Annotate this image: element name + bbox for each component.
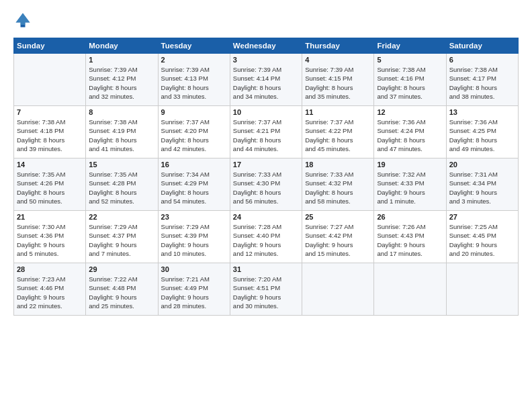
header (13, 11, 519, 30)
day-number: 18 (305, 161, 371, 169)
day-number: 24 (233, 213, 299, 221)
cell-line: and 15 minutes. (305, 249, 371, 258)
day-number: 28 (17, 265, 83, 273)
day-number: 20 (449, 161, 515, 169)
day-number: 5 (377, 56, 443, 64)
calendar-cell: 18Sunrise: 7:33 AMSunset: 4:32 PMDayligh… (302, 158, 374, 211)
cell-line: Daylight: 8 hours (449, 83, 515, 92)
cell-line: Sunset: 4:17 PM (449, 74, 515, 83)
calendar-cell: 7Sunrise: 7:38 AMSunset: 4:18 PMDaylight… (14, 106, 86, 158)
day-number: 11 (305, 108, 371, 116)
cell-line: Sunset: 4:37 PM (89, 231, 154, 240)
day-number: 21 (17, 213, 83, 221)
cell-line: Daylight: 8 hours (89, 136, 154, 144)
cell-line: Daylight: 8 hours (161, 83, 227, 92)
cell-line: Daylight: 9 hours (89, 293, 154, 302)
cell-line: and 58 minutes. (305, 197, 371, 205)
cell-line: Sunset: 4:46 PM (17, 283, 83, 292)
header-row: SundayMondayTuesdayWednesdayThursdayFrid… (14, 38, 519, 54)
cell-line: Daylight: 8 hours (233, 83, 299, 92)
cell-line: and 41 minutes. (89, 144, 154, 153)
cell-line: and 45 minutes. (305, 144, 371, 153)
cell-line: Sunset: 4:15 PM (305, 74, 371, 83)
calendar-cell: 29Sunrise: 7:22 AMSunset: 4:48 PMDayligh… (86, 263, 158, 316)
cell-line: Sunset: 4:43 PM (377, 231, 443, 240)
cell-line: Sunset: 4:22 PM (305, 126, 371, 135)
header-day-thursday: Thursday (302, 38, 374, 54)
calendar-cell: 25Sunrise: 7:27 AMSunset: 4:42 PMDayligh… (302, 211, 374, 263)
calendar-cell: 13Sunrise: 7:36 AMSunset: 4:25 PMDayligh… (446, 106, 518, 158)
cell-line: Sunset: 4:16 PM (377, 74, 443, 83)
logo-icon (13, 11, 32, 30)
cell-line: Sunset: 4:32 PM (305, 179, 371, 187)
cell-line: Sunset: 4:25 PM (449, 126, 515, 135)
calendar-cell: 19Sunrise: 7:32 AMSunset: 4:33 PMDayligh… (374, 158, 446, 211)
week-row-4: 21Sunrise: 7:30 AMSunset: 4:36 PMDayligh… (14, 211, 519, 263)
week-row-5: 28Sunrise: 7:23 AMSunset: 4:46 PMDayligh… (14, 263, 519, 316)
cell-line: and 37 minutes. (377, 92, 443, 101)
cell-line: Sunset: 4:12 PM (89, 74, 154, 83)
cell-line: Sunrise: 7:37 AM (233, 118, 299, 126)
day-number: 16 (161, 161, 227, 169)
calendar-cell: 26Sunrise: 7:26 AMSunset: 4:43 PMDayligh… (374, 211, 446, 263)
calendar-cell: 22Sunrise: 7:29 AMSunset: 4:37 PMDayligh… (86, 211, 158, 263)
cell-line: and 30 minutes. (233, 302, 299, 310)
cell-line: Sunrise: 7:37 AM (305, 118, 371, 126)
cell-line: Daylight: 8 hours (377, 83, 443, 92)
cell-line: Sunset: 4:24 PM (377, 126, 443, 135)
cell-line: and 10 minutes. (161, 249, 227, 258)
day-number: 4 (305, 56, 371, 64)
cell-line: Daylight: 9 hours (377, 240, 443, 249)
calendar-cell (302, 263, 374, 316)
cell-line: Sunrise: 7:22 AM (89, 275, 154, 283)
cell-line: Sunset: 4:28 PM (89, 179, 154, 187)
day-number: 23 (161, 213, 227, 221)
cell-line: Daylight: 9 hours (377, 188, 443, 197)
cell-line: Sunrise: 7:33 AM (305, 170, 371, 179)
svg-marker-1 (16, 13, 30, 26)
calendar-cell: 1Sunrise: 7:39 AMSunset: 4:12 PMDaylight… (86, 54, 158, 106)
cell-line: Sunrise: 7:38 AM (17, 118, 83, 126)
cell-line: Daylight: 9 hours (161, 293, 227, 302)
calendar-cell: 15Sunrise: 7:35 AMSunset: 4:28 PMDayligh… (86, 158, 158, 211)
cell-line: Sunset: 4:30 PM (233, 179, 299, 187)
cell-line: Daylight: 8 hours (233, 188, 299, 197)
calendar-cell: 31Sunrise: 7:20 AMSunset: 4:51 PMDayligh… (230, 263, 302, 316)
cell-line: Sunrise: 7:39 AM (233, 65, 299, 74)
cell-line: Sunrise: 7:36 AM (449, 118, 515, 126)
cell-line: Sunset: 4:45 PM (449, 231, 515, 240)
cell-line: and 49 minutes. (449, 144, 515, 153)
week-row-1: 1Sunrise: 7:39 AMSunset: 4:12 PMDaylight… (14, 54, 519, 106)
day-number: 13 (449, 108, 515, 116)
day-number: 22 (89, 213, 154, 221)
day-number: 2 (161, 56, 227, 64)
cell-line: Sunset: 4:20 PM (161, 126, 227, 135)
cell-line: and 28 minutes. (161, 302, 227, 310)
cell-line: Sunrise: 7:37 AM (161, 118, 227, 126)
cell-line: and 39 minutes. (17, 144, 83, 153)
cell-line: Daylight: 8 hours (305, 83, 371, 92)
cell-line: Sunrise: 7:38 AM (377, 65, 443, 74)
cell-line: Sunset: 4:51 PM (233, 283, 299, 292)
cell-line: Sunrise: 7:35 AM (89, 170, 154, 179)
calendar-cell (374, 263, 446, 316)
cell-line: Sunrise: 7:38 AM (449, 65, 515, 74)
cell-line: Daylight: 8 hours (161, 188, 227, 197)
cell-line: and 56 minutes. (233, 197, 299, 205)
header-day-saturday: Saturday (446, 38, 518, 54)
cell-line: Daylight: 9 hours (449, 188, 515, 197)
cell-line: and 47 minutes. (377, 144, 443, 153)
cell-line: Sunrise: 7:23 AM (17, 275, 83, 283)
calendar-cell: 16Sunrise: 7:34 AMSunset: 4:29 PMDayligh… (158, 158, 230, 211)
cell-line: Daylight: 8 hours (305, 136, 371, 144)
cell-line: Daylight: 9 hours (17, 240, 83, 249)
cell-line: and 3 minutes. (449, 197, 515, 205)
day-number: 14 (17, 161, 83, 169)
cell-line: and 7 minutes. (89, 249, 154, 258)
calendar-cell: 17Sunrise: 7:33 AMSunset: 4:30 PMDayligh… (230, 158, 302, 211)
cell-line: Sunset: 4:49 PM (161, 283, 227, 292)
cell-line: and 33 minutes. (161, 92, 227, 101)
cell-line: Sunset: 4:14 PM (233, 74, 299, 83)
cell-line: Daylight: 8 hours (449, 136, 515, 144)
cell-line: Sunset: 4:42 PM (305, 231, 371, 240)
